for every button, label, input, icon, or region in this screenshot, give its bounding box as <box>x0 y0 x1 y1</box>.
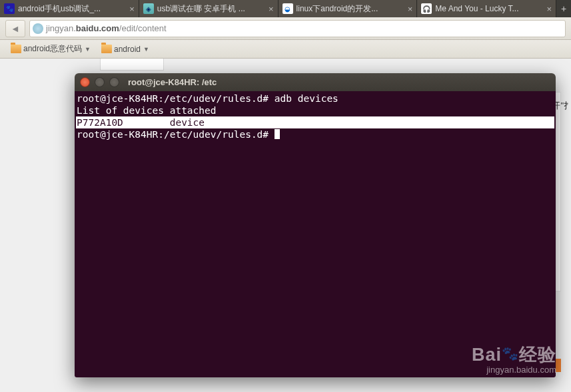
close-icon[interactable]: × <box>269 4 274 14</box>
bookmark-label: android恶意代码 <box>23 43 82 55</box>
chevron-down-icon: ▼ <box>85 46 91 53</box>
browser-toolbar: ◄ jingyan.baidu.com/edit/content <box>0 17 571 40</box>
diamond-icon: ◈ <box>143 3 154 14</box>
url-bar[interactable]: jingyan.baidu.com/edit/content <box>29 20 566 37</box>
paw-icon: 🐾 <box>4 3 15 14</box>
tab-title: Me And You - Lucky T... <box>435 4 543 13</box>
page-fragment <box>100 59 164 71</box>
terminal-titlebar[interactable]: root@jce-K84HR: /etc <box>75 73 556 91</box>
bookmark-folder-1[interactable]: android ▼ <box>97 43 153 55</box>
close-icon[interactable]: × <box>129 4 135 14</box>
url-path: /edit/content <box>119 23 167 33</box>
window-minimize-button[interactable] <box>95 77 105 87</box>
folder-icon <box>101 45 112 53</box>
terminal-line: root@jce-K84HR:/etc/udev/rules.d# adb de… <box>76 93 554 104</box>
terminal-body[interactable]: root@jce-K84HR:/etc/udev/rules.d# adb de… <box>75 91 556 377</box>
bookmark-folder-0[interactable]: android恶意代码 ▼ <box>7 42 95 56</box>
page-accent-strip <box>556 359 561 372</box>
bookmarks-bar: android恶意代码 ▼ android ▼ <box>0 40 571 59</box>
back-button[interactable]: ◄ <box>5 20 25 37</box>
tab-title: linux下android的开发... <box>296 3 404 15</box>
terminal-line: P772A10D device <box>76 116 554 128</box>
bookmark-label: android <box>114 45 141 54</box>
tab-2[interactable]: ◒ linux下android的开发... × <box>279 0 418 17</box>
new-tab-button[interactable]: + <box>556 0 571 17</box>
window-close-button[interactable] <box>80 77 90 87</box>
site-identity-icon <box>33 23 43 34</box>
terminal-line: root@jce-K84HR:/etc/udev/rules.d# <box>76 128 554 140</box>
tab-0[interactable]: 🐾 android手机usb调试_... × <box>0 0 139 17</box>
globe-icon: ◒ <box>283 3 293 14</box>
url-prefix: jingyan. <box>46 23 76 33</box>
url-text: jingyan.baidu.com/edit/content <box>46 23 167 33</box>
window-maximize-button[interactable] <box>109 77 119 87</box>
terminal-line: List of devices attached <box>76 104 554 116</box>
close-icon[interactable]: × <box>408 4 413 14</box>
tab-3[interactable]: 🎧 Me And You - Lucky T... × <box>417 0 556 17</box>
terminal-window: root@jce-K84HR: /etc root@jce-K84HR:/etc… <box>75 73 556 377</box>
tab-title: usb调试在哪 安卓手机 ... <box>157 3 265 15</box>
folder-icon <box>11 45 21 53</box>
tab-1[interactable]: ◈ usb调试在哪 安卓手机 ... × <box>139 0 279 17</box>
chevron-down-icon: ▼ <box>143 46 149 53</box>
browser-tabs: 🐾 android手机usb调试_... × ◈ usb调试在哪 安卓手机 ..… <box>0 0 571 17</box>
terminal-title: root@jce-K84HR: /etc <box>128 77 217 87</box>
tab-title: android手机usb调试_... <box>18 3 126 15</box>
terminal-cursor <box>275 129 280 139</box>
close-icon[interactable]: × <box>547 4 552 14</box>
headphones-icon: 🎧 <box>421 3 432 14</box>
url-host: baidu.com <box>76 23 119 33</box>
